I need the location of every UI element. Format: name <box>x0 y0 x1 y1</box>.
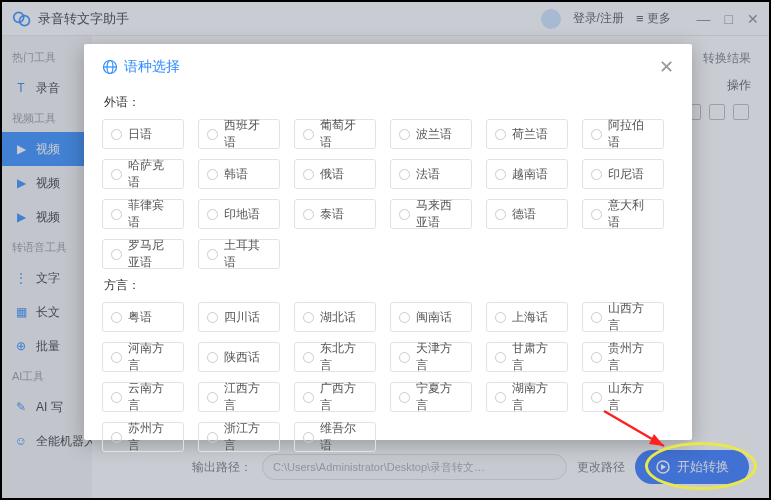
radio-icon <box>207 312 218 323</box>
radio-icon <box>591 129 602 140</box>
radio-icon <box>111 312 122 323</box>
radio-icon <box>111 169 122 180</box>
language-label: 甘肃方言 <box>512 340 559 374</box>
radio-icon <box>495 169 506 180</box>
radio-icon <box>591 169 602 180</box>
language-option[interactable]: 山东方言 <box>582 382 664 412</box>
language-option[interactable]: 波兰语 <box>390 119 472 149</box>
radio-icon <box>495 209 506 220</box>
radio-icon <box>495 392 506 403</box>
language-label: 葡萄牙语 <box>320 117 367 151</box>
language-label: 俄语 <box>320 166 344 183</box>
language-label: 湖南方言 <box>512 380 559 414</box>
language-option[interactable]: 山西方言 <box>582 302 664 332</box>
radio-icon <box>495 352 506 363</box>
language-option[interactable]: 维吾尔语 <box>294 422 376 452</box>
radio-icon <box>303 169 314 180</box>
radio-icon <box>207 249 218 260</box>
language-option[interactable]: 东北方言 <box>294 342 376 372</box>
language-option[interactable]: 苏州方言 <box>102 422 184 452</box>
language-option[interactable]: 江西方言 <box>198 382 280 412</box>
radio-icon <box>399 209 410 220</box>
language-option[interactable]: 甘肃方言 <box>486 342 568 372</box>
language-label: 广西方言 <box>320 380 367 414</box>
language-option[interactable]: 马来西亚语 <box>390 199 472 229</box>
language-label: 云南方言 <box>128 380 175 414</box>
radio-icon <box>399 169 410 180</box>
language-option[interactable]: 上海话 <box>486 302 568 332</box>
language-option[interactable]: 宁夏方言 <box>390 382 472 412</box>
language-label: 德语 <box>512 206 536 223</box>
language-label: 山西方言 <box>608 300 655 334</box>
language-option[interactable]: 阿拉伯语 <box>582 119 664 149</box>
modal-title: 语种选择 <box>124 58 180 76</box>
language-option[interactable]: 哈萨克语 <box>102 159 184 189</box>
radio-icon <box>207 392 218 403</box>
language-option[interactable]: 法语 <box>390 159 472 189</box>
language-option[interactable]: 泰语 <box>294 199 376 229</box>
language-option[interactable]: 西班牙语 <box>198 119 280 149</box>
language-label: 浙江方言 <box>224 420 271 454</box>
language-option[interactable]: 湖南方言 <box>486 382 568 412</box>
language-option[interactable]: 俄语 <box>294 159 376 189</box>
language-label: 泰语 <box>320 206 344 223</box>
language-label: 闽南话 <box>416 309 452 326</box>
radio-icon <box>207 352 218 363</box>
language-option[interactable]: 土耳其语 <box>198 239 280 269</box>
language-option[interactable]: 韩语 <box>198 159 280 189</box>
language-label: 越南语 <box>512 166 548 183</box>
language-label: 河南方言 <box>128 340 175 374</box>
radio-icon <box>495 129 506 140</box>
radio-icon <box>111 432 122 443</box>
language-label: 印地语 <box>224 206 260 223</box>
radio-icon <box>207 209 218 220</box>
language-label: 粤语 <box>128 309 152 326</box>
language-option[interactable]: 印尼语 <box>582 159 664 189</box>
language-label: 哈萨克语 <box>128 157 175 191</box>
language-option[interactable]: 四川话 <box>198 302 280 332</box>
language-label: 日语 <box>128 126 152 143</box>
radio-icon <box>111 352 122 363</box>
language-label: 陕西话 <box>224 349 260 366</box>
foreign-group-label: 外语： <box>104 94 674 111</box>
language-option[interactable]: 越南语 <box>486 159 568 189</box>
language-option[interactable]: 意大利语 <box>582 199 664 229</box>
radio-icon <box>399 352 410 363</box>
language-option[interactable]: 浙江方言 <box>198 422 280 452</box>
language-option[interactable]: 广西方言 <box>294 382 376 412</box>
language-option[interactable]: 陕西话 <box>198 342 280 372</box>
language-label: 波兰语 <box>416 126 452 143</box>
language-option[interactable]: 湖北话 <box>294 302 376 332</box>
language-option[interactable]: 河南方言 <box>102 342 184 372</box>
radio-icon <box>111 209 122 220</box>
language-label: 宁夏方言 <box>416 380 463 414</box>
language-option[interactable]: 贵州方言 <box>582 342 664 372</box>
language-option[interactable]: 日语 <box>102 119 184 149</box>
radio-icon <box>591 209 602 220</box>
language-option[interactable]: 罗马尼亚语 <box>102 239 184 269</box>
language-option[interactable]: 荷兰语 <box>486 119 568 149</box>
language-label: 上海话 <box>512 309 548 326</box>
language-option[interactable]: 粤语 <box>102 302 184 332</box>
modal-close-button[interactable]: ✕ <box>659 58 674 76</box>
radio-icon <box>591 312 602 323</box>
language-option[interactable]: 云南方言 <box>102 382 184 412</box>
language-label: 天津方言 <box>416 340 463 374</box>
radio-icon <box>399 129 410 140</box>
language-option[interactable]: 闽南话 <box>390 302 472 332</box>
radio-icon <box>303 392 314 403</box>
radio-icon <box>303 129 314 140</box>
language-label: 意大利语 <box>608 197 655 231</box>
language-option[interactable]: 德语 <box>486 199 568 229</box>
radio-icon <box>399 312 410 323</box>
language-label: 阿拉伯语 <box>608 117 655 151</box>
language-option[interactable]: 菲律宾语 <box>102 199 184 229</box>
language-label: 维吾尔语 <box>320 420 367 454</box>
language-option[interactable]: 天津方言 <box>390 342 472 372</box>
language-label: 马来西亚语 <box>416 197 463 231</box>
language-option[interactable]: 葡萄牙语 <box>294 119 376 149</box>
language-modal: 语种选择 ✕ 外语： 日语西班牙语葡萄牙语波兰语荷兰语阿拉伯语哈萨克语韩语俄语法… <box>84 44 692 440</box>
language-label: 山东方言 <box>608 380 655 414</box>
language-option[interactable]: 印地语 <box>198 199 280 229</box>
radio-icon <box>399 392 410 403</box>
